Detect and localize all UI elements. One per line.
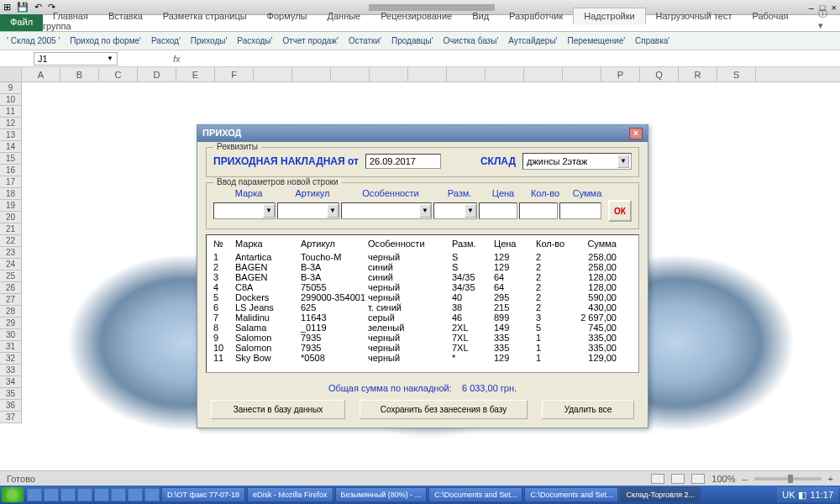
table-row[interactable]: 3BAGENB-3Aсиний34/35642128,00 bbox=[213, 272, 632, 282]
ribbon-tab[interactable]: Надстройки bbox=[573, 8, 645, 24]
row-header[interactable]: 28 bbox=[0, 306, 22, 318]
undo-icon[interactable]: ↶ bbox=[34, 2, 42, 12]
ribbon-tab[interactable]: Вид bbox=[462, 8, 499, 24]
fx-icon[interactable]: fx bbox=[173, 54, 181, 64]
column-header[interactable] bbox=[254, 67, 292, 81]
quicklaunch-icon[interactable] bbox=[77, 488, 92, 501]
ribbon-tab[interactable]: Данные bbox=[317, 8, 370, 24]
table-row[interactable]: 1AntarticaToucho-MчерныйS1292258,00 bbox=[213, 252, 632, 262]
row-header[interactable]: 14 bbox=[0, 141, 22, 153]
column-header[interactable] bbox=[292, 67, 331, 81]
file-tab[interactable]: Файл bbox=[0, 14, 43, 31]
zoom-slider[interactable] bbox=[754, 477, 822, 480]
row-header[interactable]: 19 bbox=[0, 200, 22, 212]
quicklaunch-icon[interactable] bbox=[94, 488, 109, 501]
select-all-corner[interactable] bbox=[0, 67, 22, 81]
row-header[interactable]: 37 bbox=[0, 412, 22, 423]
razm-combo[interactable]: ▼ bbox=[433, 202, 477, 219]
row-header[interactable]: 15 bbox=[0, 153, 22, 165]
column-header[interactable] bbox=[563, 67, 601, 81]
taskbar-button[interactable]: D:\ОТ факс 77-07-18 bbox=[161, 487, 245, 502]
column-header[interactable]: R bbox=[679, 67, 717, 81]
quicklaunch-icon[interactable] bbox=[111, 488, 126, 501]
ribbon-tab[interactable]: Разметка страницы bbox=[153, 8, 257, 24]
column-header[interactable] bbox=[447, 67, 486, 81]
column-header[interactable]: B bbox=[60, 67, 99, 81]
row-header[interactable]: 36 bbox=[0, 400, 22, 412]
date-input[interactable] bbox=[365, 154, 441, 169]
row-header[interactable]: 18 bbox=[0, 188, 22, 200]
column-header[interactable]: F bbox=[215, 67, 254, 81]
row-header[interactable]: 12 bbox=[0, 118, 22, 129]
chevron-down-icon[interactable]: ▼ bbox=[107, 55, 113, 62]
quicklaunch-icon[interactable] bbox=[60, 488, 76, 501]
addin-menu-item[interactable]: Расход' bbox=[151, 36, 181, 45]
taskbar-button[interactable]: Безымянный (80%) - ... bbox=[335, 487, 428, 502]
addin-menu-item[interactable]: Остатки' bbox=[349, 36, 381, 45]
sklad-combo[interactable]: джинсы 2этаж▼ bbox=[522, 153, 632, 170]
items-table[interactable]: № Марка Артикул Особенности Разм. Цена К… bbox=[206, 234, 639, 373]
row-header[interactable]: 21 bbox=[0, 223, 22, 235]
column-header[interactable]: P bbox=[601, 67, 640, 81]
row-header[interactable]: 9 bbox=[0, 82, 22, 94]
osob-combo[interactable]: ▼ bbox=[341, 202, 432, 219]
addin-menu-item[interactable]: ' Склад 2005 ' bbox=[7, 36, 60, 45]
row-header[interactable]: 29 bbox=[0, 318, 22, 329]
tray-lang[interactable]: UK bbox=[782, 490, 795, 500]
column-header[interactable] bbox=[524, 67, 563, 81]
table-row[interactable]: 9Salomon7935черный7XL3351335,00 bbox=[213, 333, 632, 343]
column-header[interactable]: Q bbox=[640, 67, 679, 81]
row-header[interactable]: 30 bbox=[0, 329, 22, 341]
row-header[interactable]: 10 bbox=[0, 94, 22, 106]
name-box[interactable]: J1▼ bbox=[34, 52, 118, 66]
column-header[interactable] bbox=[408, 67, 447, 81]
column-header[interactable]: S bbox=[717, 67, 756, 81]
view-normal-button[interactable] bbox=[651, 474, 664, 484]
column-header[interactable]: E bbox=[176, 67, 215, 81]
row-header[interactable]: 16 bbox=[0, 165, 22, 176]
addin-menu-item[interactable]: Перемещение' bbox=[568, 36, 626, 45]
ok-button[interactable]: ОК bbox=[608, 200, 632, 222]
addin-menu-item[interactable]: Очистка базы' bbox=[444, 36, 499, 45]
row-header[interactable]: 22 bbox=[0, 235, 22, 247]
addin-menu-item[interactable]: Приход по форме' bbox=[70, 36, 141, 45]
summa-input[interactable] bbox=[559, 202, 601, 219]
quicklaunch-icon[interactable] bbox=[144, 488, 160, 501]
ribbon-tab[interactable]: Разработчик bbox=[499, 8, 573, 24]
row-header[interactable]: 31 bbox=[0, 341, 22, 353]
table-row[interactable]: 2BAGENB-3AсинийS1292258,00 bbox=[213, 262, 632, 272]
table-row[interactable]: 7Malidinu11643серый4689932 697,00 bbox=[213, 312, 632, 323]
table-row[interactable]: 5Dockers299000-354001черный402952590,00 bbox=[213, 292, 632, 302]
row-header[interactable]: 34 bbox=[0, 376, 22, 388]
zoom-level[interactable]: 100% bbox=[711, 474, 735, 484]
row-header[interactable]: 26 bbox=[0, 282, 22, 294]
addin-menu-item[interactable]: Расходы' bbox=[237, 36, 272, 45]
row-header[interactable]: 32 bbox=[0, 353, 22, 365]
column-header[interactable] bbox=[486, 67, 524, 81]
ribbon-tab[interactable]: Рецензирование bbox=[370, 8, 462, 24]
kolvo-input[interactable] bbox=[519, 202, 558, 219]
addin-menu-item[interactable]: Справка' bbox=[635, 36, 669, 45]
worksheet-grid[interactable]: ABCDEFPQRS 91011121314151617181920212223… bbox=[0, 67, 840, 470]
column-header[interactable] bbox=[331, 67, 370, 81]
quicklaunch-icon[interactable] bbox=[27, 488, 42, 501]
table-row[interactable]: 11Sky Bow*0508черный*1291129,00 bbox=[213, 353, 632, 363]
zoom-in-button[interactable]: + bbox=[828, 474, 833, 484]
tray-icon[interactable]: ◧ bbox=[798, 490, 806, 501]
ribbon-help-icon[interactable]: ⓘ ▾ bbox=[813, 8, 840, 31]
view-layout-button[interactable] bbox=[671, 474, 685, 484]
row-header[interactable]: 13 bbox=[0, 129, 22, 141]
dialog-titlebar[interactable]: ПРИХОД × bbox=[197, 125, 648, 142]
view-pagebreak-button[interactable] bbox=[691, 474, 705, 484]
row-header[interactable]: 25 bbox=[0, 270, 22, 282]
quicklaunch-icon[interactable] bbox=[44, 488, 59, 501]
row-header[interactable]: 27 bbox=[0, 294, 22, 306]
row-header[interactable]: 24 bbox=[0, 259, 22, 270]
table-row[interactable]: 4C8A75055черный34/35642128,00 bbox=[213, 282, 632, 292]
taskbar-button[interactable]: Склад-Торговля 2... bbox=[620, 487, 701, 502]
ribbon-tab[interactable]: Нагрузочный тест bbox=[646, 8, 743, 24]
addin-menu-item[interactable]: Отчет продаж' bbox=[282, 36, 338, 45]
zoom-out-button[interactable]: – bbox=[742, 474, 747, 484]
addin-menu-item[interactable]: Аутсайдеры' bbox=[508, 36, 557, 45]
artikul-combo[interactable]: ▼ bbox=[277, 202, 339, 219]
